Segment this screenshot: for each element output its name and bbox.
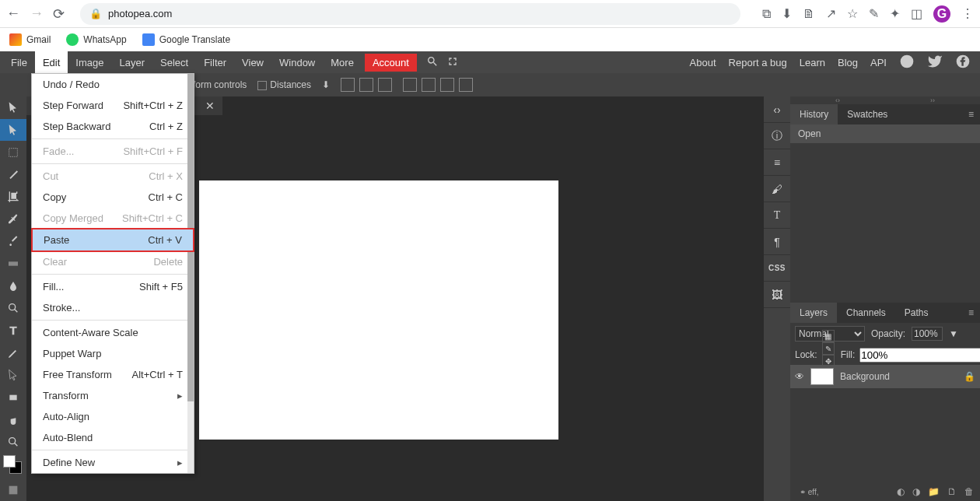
menu-item-undo-redo[interactable]: Undo / Redo	[32, 74, 194, 95]
eyedropper-ext-icon[interactable]: ✎	[869, 6, 879, 21]
character-icon[interactable]: T	[764, 202, 790, 229]
adjustment-layer-icon[interactable]: ◑	[912, 486, 920, 497]
extensions-icon[interactable]: ✦	[890, 6, 900, 21]
color-swatches[interactable]	[0, 454, 26, 479]
bookmark-gmail[interactable]: Gmail	[9, 33, 51, 46]
panel-menu-icon[interactable]: ≡	[962, 307, 980, 318]
wand-tool[interactable]	[0, 163, 26, 186]
visibility-eye-icon[interactable]: 👁	[795, 371, 804, 382]
lock-pixels-icon[interactable]: ▦	[822, 330, 835, 342]
folder-icon[interactable]: 📁	[928, 486, 940, 497]
menu-layer[interactable]: Layer	[112, 51, 153, 73]
install-icon[interactable]: ⧉	[762, 7, 771, 21]
distribute-1-icon[interactable]	[403, 78, 417, 92]
quick-mask-tool[interactable]	[0, 478, 26, 501]
menu-view[interactable]: View	[234, 51, 271, 73]
bookmark-whatsapp[interactable]: WhatsApp	[66, 33, 126, 46]
distribute-3-icon[interactable]	[440, 78, 454, 92]
menu-item-auto-align[interactable]: Auto-Align	[32, 406, 194, 427]
menu-item-auto-blend[interactable]: Auto-Blend	[32, 427, 194, 448]
bookmark-google-translate[interactable]: Google Translate	[142, 33, 230, 46]
link-learn[interactable]: Learn	[800, 57, 825, 68]
menu-item-define-new[interactable]: Define New▸	[32, 452, 194, 473]
crop-tool[interactable]	[0, 186, 26, 208]
info-icon[interactable]: ⓘ	[764, 123, 790, 149]
move-tool[interactable]	[0, 96, 26, 119]
type-tool[interactable]	[0, 320, 26, 342]
menu-item-puppet-warp[interactable]: Puppet Warp	[32, 343, 194, 364]
download-icon[interactable]: ⬇	[782, 6, 792, 21]
menu-account[interactable]: Account	[365, 54, 417, 72]
back-button[interactable]: ←	[6, 5, 20, 22]
fullscreen-icon[interactable]	[446, 55, 459, 70]
path-select-tool[interactable]	[0, 364, 26, 387]
menu-item-content-aware-scale[interactable]: Content-Aware Scale	[32, 322, 194, 343]
close-tab-icon[interactable]: ✕	[198, 100, 222, 112]
eyedropper-tool[interactable]	[0, 208, 26, 230]
tab-paths[interactable]: Paths	[895, 303, 938, 323]
foreground-color-swatch[interactable]	[3, 455, 16, 468]
menu-edit[interactable]: Edit	[35, 51, 68, 73]
lock-brush-icon[interactable]: ✎	[822, 342, 835, 355]
download-tool-icon[interactable]: ⬇	[322, 79, 330, 90]
tab-history[interactable]: History	[790, 104, 838, 124]
link-layers-icon[interactable]: ⚭ eff,	[796, 488, 819, 496]
new-doc-icon[interactable]: 🗎	[803, 7, 815, 21]
brush-tool[interactable]	[0, 230, 26, 253]
menu-more[interactable]: More	[323, 51, 362, 73]
sidepanel-icon[interactable]: ◫	[911, 6, 922, 21]
align-center-icon[interactable]	[359, 78, 373, 92]
layer-row[interactable]: 👁 Background 🔒	[790, 365, 980, 388]
menu-item-transform[interactable]: Transform▸	[32, 385, 194, 406]
align-right-icon[interactable]	[378, 78, 392, 92]
menu-item-free-transform[interactable]: Free TransformAlt+Ctrl + T	[32, 364, 194, 385]
kebab-menu-icon[interactable]: ⋮	[961, 6, 974, 21]
opacity-input[interactable]	[912, 327, 943, 341]
reload-button[interactable]: ⟳	[53, 5, 65, 23]
menu-item-fill-[interactable]: Fill...Shift + F5	[32, 276, 194, 297]
artboard-tool[interactable]	[0, 119, 26, 142]
expand-panels-icon[interactable]: ‹›	[764, 96, 790, 123]
profile-avatar[interactable]: G	[933, 5, 950, 23]
hand-tool[interactable]	[0, 408, 26, 431]
menu-item-stroke-[interactable]: Stroke...	[32, 297, 194, 318]
menu-select[interactable]: Select	[152, 51, 196, 73]
zoom-tool[interactable]	[0, 431, 26, 454]
link-api[interactable]: API	[870, 57, 887, 68]
distribute-4-icon[interactable]	[459, 78, 473, 92]
panel-menu-icon[interactable]: ≡	[962, 109, 980, 120]
blur-tool[interactable]	[0, 275, 26, 297]
twitter-icon[interactable]	[927, 54, 943, 72]
link-report-bug[interactable]: Report a bug	[729, 57, 787, 68]
layer-thumbnail[interactable]	[810, 368, 834, 385]
new-layer-icon[interactable]: 🗋	[947, 486, 957, 497]
tab-layers[interactable]: Layers	[790, 303, 837, 323]
delete-layer-icon[interactable]: 🗑	[964, 486, 974, 497]
history-item[interactable]: Open	[790, 124, 980, 143]
share-icon[interactable]: ↗	[826, 6, 836, 21]
bookmark-star-icon[interactable]: ☆	[847, 6, 858, 21]
reddit-icon[interactable]	[899, 54, 915, 72]
pen-tool[interactable]	[0, 342, 26, 364]
css-panel-icon[interactable]: CSS	[764, 255, 790, 282]
marquee-tool[interactable]	[0, 141, 26, 163]
menu-item-step-backward[interactable]: Step BackwardCtrl + Z	[32, 116, 194, 137]
image-panel-icon[interactable]: 🖼	[764, 282, 790, 308]
shape-tool[interactable]	[0, 387, 26, 409]
menu-image[interactable]: Image	[68, 51, 111, 73]
adjustments-icon[interactable]: ≡	[764, 149, 790, 176]
mask-icon[interactable]: ◐	[897, 486, 905, 497]
tab-swatches[interactable]: Swatches	[838, 104, 897, 124]
fill-input[interactable]	[859, 348, 980, 363]
paragraph-icon[interactable]: ¶	[764, 229, 790, 255]
dodge-tool[interactable]	[0, 297, 26, 320]
gradient-tool[interactable]	[0, 253, 26, 275]
distances-checkbox[interactable]	[257, 81, 267, 90]
opacity-dropdown-icon[interactable]: ▼	[949, 328, 958, 339]
menu-item-step-forward[interactable]: Step ForwardShift+Ctrl + Z	[32, 95, 194, 116]
menu-item-copy[interactable]: CopyCtrl + C	[32, 187, 194, 208]
link-blog[interactable]: Blog	[838, 57, 858, 68]
tab-channels[interactable]: Channels	[837, 303, 895, 323]
search-icon[interactable]	[426, 55, 439, 70]
address-bar[interactable]: 🔒 photopea.com	[80, 3, 740, 25]
